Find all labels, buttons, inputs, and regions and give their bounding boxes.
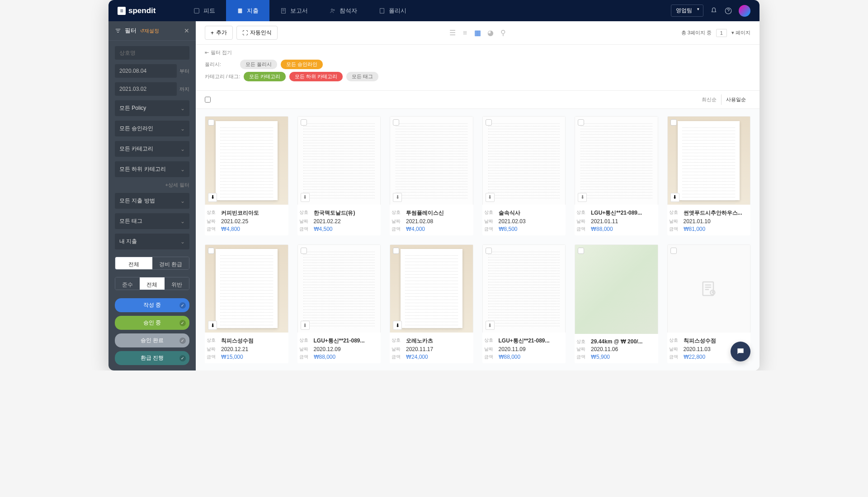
toggle-violation[interactable]: 위반 [165, 277, 189, 290]
download-button[interactable]: ⬇ [208, 193, 217, 202]
card-checkbox[interactable] [208, 248, 214, 254]
reimburse-toggle: 전체 경비 환급 [115, 257, 189, 270]
chip-all-policy[interactable]: 모든 폴리시 [240, 60, 277, 69]
select-all-checkbox[interactable] [205, 97, 211, 103]
receipt-image: ⬇ [205, 116, 288, 205]
subcategory-select[interactable]: 모든 하위 카테고리 [115, 161, 189, 177]
tag-select[interactable]: 모든 태그 [115, 213, 189, 229]
download-button[interactable]: ⬇ [486, 193, 495, 202]
chip-all-approval[interactable]: 모든 승인라인 [281, 60, 323, 69]
expense-card[interactable]: ⬇ 상호LGU+통신**21-089... 날짜2020.12.09 금액₩88… [297, 244, 381, 364]
chat-bubble[interactable] [731, 342, 750, 361]
toggle-all2[interactable]: 전체 [140, 277, 164, 290]
brand-text: spendit [128, 6, 156, 15]
merchant-label: 상호 [207, 337, 217, 345]
expense-card[interactable]: ⬇ 상호LGU+통신**21-089... 날짜2020.11.09 금액₩88… [482, 244, 566, 364]
nav-policy[interactable]: 폴리시 [368, 0, 417, 21]
team-select[interactable]: 영업팀 [671, 5, 703, 17]
sort-newest[interactable]: 최신순 [697, 94, 721, 105]
expense-card[interactable]: ⬇ 상호커피빈코리아도 날짜2021.02.25 금액₩4,800 [205, 116, 288, 235]
download-button[interactable]: ⬇ [578, 193, 587, 202]
collapse-filter[interactable]: ⇤필터 접기 [205, 49, 750, 56]
nav-members[interactable]: 참석자 [319, 0, 368, 21]
view-compact[interactable]: ≡ [461, 29, 469, 37]
expense-card[interactable]: ⬇ 상호LGU+통신**21-089... 날짜2021.01.11 금액₩88… [575, 116, 658, 235]
status-refund[interactable]: 환급 진행✓ [115, 351, 189, 365]
chip-all-category[interactable]: 모든 카테고리 [244, 72, 286, 81]
nav-report[interactable]: 보고서 [269, 0, 319, 21]
page-dropdown[interactable]: ▾ 페이지 [731, 29, 750, 36]
status-writing[interactable]: 작성 중✓ [115, 298, 189, 312]
view-list[interactable]: ☰ [448, 29, 457, 37]
download-button[interactable]: ⬇ [486, 321, 495, 330]
toggle-reimburse[interactable]: 경비 환급 [152, 257, 189, 269]
card-checkbox[interactable] [486, 248, 492, 254]
status-approved[interactable]: 승인 완료✓ [115, 333, 189, 347]
date-to-input[interactable] [115, 82, 177, 96]
status-approving[interactable]: 승인 중✓ [115, 316, 189, 330]
my-expense-select[interactable]: 내 지출 [115, 234, 189, 249]
download-button[interactable]: ⬇ [670, 193, 679, 202]
sort-usage[interactable]: 사용일순 [721, 94, 750, 105]
svg-rect-5 [380, 8, 384, 13]
add-button[interactable]: +추가 [205, 26, 233, 40]
expense-card[interactable]: ⬇ 상호투썸플레이스신 날짜2021.02.08 금액₩4,000 [390, 116, 473, 235]
download-button[interactable]: ⬇ [301, 193, 310, 202]
amount-label: 금액 [392, 226, 401, 232]
merchant-label: 상호 [576, 338, 586, 345]
view-map[interactable]: ⚲ [499, 29, 507, 37]
user-avatar[interactable] [739, 5, 750, 17]
date-label: 날짜 [299, 218, 309, 225]
merchant-name: 술속식사 [499, 209, 520, 217]
amount-label: 금액 [207, 354, 217, 360]
nav-feed-label: 피드 [203, 7, 215, 15]
auto-button[interactable]: ⛶자동인식 [236, 26, 278, 40]
approval-select[interactable]: 모든 승인라인 [115, 121, 189, 136]
expense-card[interactable]: ⬇ 상호한국맥도날드(유) 날짜2021.02.22 금액₩4,500 [297, 116, 381, 235]
card-checkbox[interactable] [486, 119, 492, 126]
chip-all-subcategory[interactable]: 모든 하위 카테고리 [289, 72, 343, 81]
download-button[interactable]: ⬇ [393, 193, 402, 202]
card-checkbox[interactable] [670, 119, 677, 126]
download-button[interactable]: ⬇ [301, 321, 310, 330]
detail-filter-link[interactable]: +상세 필터 [115, 182, 189, 188]
method-select[interactable]: 모든 지출 방법 [115, 193, 189, 209]
amount-label: 금액 [576, 226, 586, 232]
card-checkbox[interactable] [393, 248, 399, 254]
expense-card[interactable]: ⬇ 상호오레노카츠 날짜2020.11.17 금액₩24,000 [390, 244, 473, 364]
card-checkbox[interactable] [578, 119, 584, 126]
card-checkbox[interactable] [208, 119, 214, 126]
policy-select[interactable]: 모든 Policy [115, 100, 189, 116]
sidebar-title: 필터 [125, 27, 137, 35]
card-checkbox[interactable] [670, 248, 677, 254]
merchant-input[interactable] [115, 46, 189, 60]
merchant-label: 상호 [299, 209, 309, 217]
view-grid[interactable]: ▦ [474, 29, 482, 37]
reset-link[interactable]: ↺재설정 [140, 28, 159, 34]
toggle-all[interactable]: 전체 [115, 257, 152, 269]
expense-card[interactable]: ⬇ 상호술속식사 날짜2021.02.03 금액₩8,500 [482, 116, 566, 235]
card-checkbox[interactable] [578, 248, 584, 254]
expense-card[interactable]: ⬇ 상호썬앳푸드시추안하우스... 날짜2021.01.10 금액₩81,000 [667, 116, 751, 235]
sort-bar: 최신순 사용일순 [196, 91, 760, 109]
bell-icon[interactable] [710, 7, 718, 15]
page-number[interactable]: 1 [716, 29, 727, 37]
card-checkbox[interactable] [301, 119, 307, 126]
expense-card[interactable]: ⬇ 상호칙피스성수점 날짜2020.12.21 금액₩15,000 [205, 244, 288, 364]
chip-all-tag[interactable]: 모든 태그 [346, 72, 378, 81]
category-select[interactable]: 모든 카테고리 [115, 141, 189, 157]
date-from-input[interactable] [115, 64, 177, 78]
card-info: 상호LGU+통신**21-089... 날짜2020.12.09 금액₩88,0… [297, 333, 381, 363]
nav-expense[interactable]: 지출 [226, 0, 269, 21]
download-button[interactable]: ⬇ [393, 321, 402, 330]
download-button[interactable]: ⬇ [208, 321, 217, 330]
card-checkbox[interactable] [301, 248, 307, 254]
nav-feed[interactable]: 피드 [183, 0, 226, 21]
help-icon[interactable] [724, 7, 732, 15]
close-sidebar[interactable]: ✕ [184, 27, 189, 34]
view-chart[interactable]: ◕ [486, 29, 495, 37]
toggle-compliant[interactable]: 준수 [115, 277, 140, 290]
expense-card[interactable]: 상호29.44km @ ₩ 200/... 날짜2020.11.06 금액₩5,… [575, 244, 658, 364]
brand-logo[interactable]: ≡ spendit [118, 6, 156, 15]
card-checkbox[interactable] [393, 119, 399, 126]
